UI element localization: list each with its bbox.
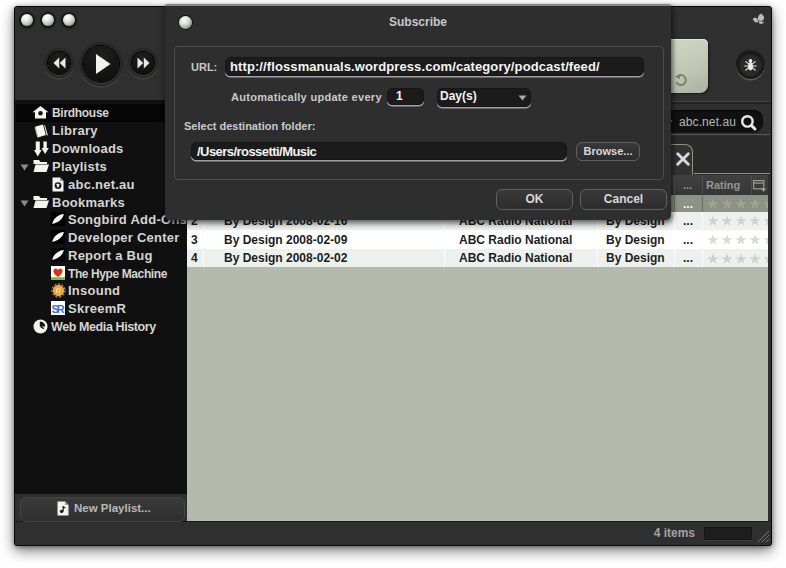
svg-text:SR: SR [51,303,64,315]
